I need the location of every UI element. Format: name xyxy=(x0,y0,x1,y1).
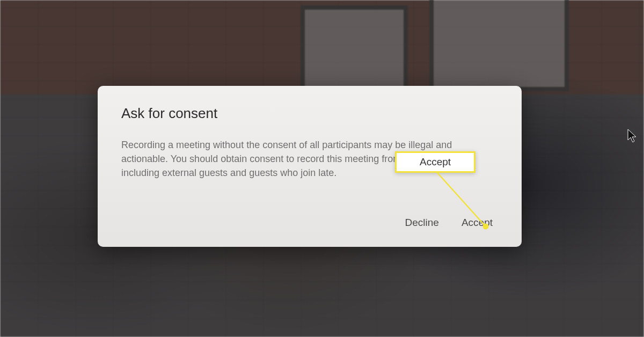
decline-button[interactable]: Decline xyxy=(403,214,441,232)
accept-button[interactable]: Accept xyxy=(459,214,495,232)
accept-callout-highlight: Accept xyxy=(395,151,475,173)
callout-label: Accept xyxy=(420,156,451,168)
dialog-body: Recording a meeting without the consent … xyxy=(121,138,498,214)
bg-window xyxy=(429,0,569,91)
bg-window xyxy=(301,5,408,91)
dialog-title: Ask for consent xyxy=(121,105,498,122)
dialog-actions: Decline Accept xyxy=(121,214,498,232)
